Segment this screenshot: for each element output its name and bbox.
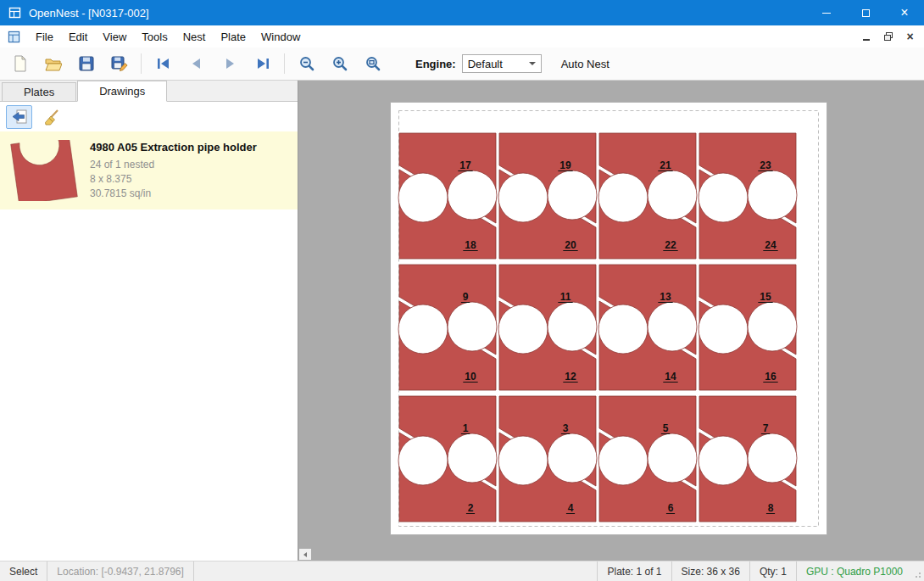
- menu-edit[interactable]: Edit: [61, 26, 95, 47]
- statusbar: Select Location: [-0.9437, 21.8796] Plat…: [0, 561, 924, 581]
- part-number: 12: [565, 371, 576, 383]
- plate: 171819202122232491011121314151612345678: [390, 102, 827, 535]
- part-hole: [448, 170, 497, 220]
- save-button[interactable]: [72, 51, 100, 77]
- app-icon: [8, 6, 22, 20]
- part-hole: [648, 170, 697, 220]
- part-number: 9: [463, 291, 469, 303]
- zoom-out-button[interactable]: [292, 51, 320, 77]
- zoom-out-icon: [298, 55, 315, 72]
- document-icon: [8, 31, 20, 43]
- status-plate: Plate: 1 of 1: [597, 561, 671, 581]
- part-pair: 34: [498, 396, 597, 522]
- mdi-restore-button[interactable]: [878, 28, 898, 45]
- new-button[interactable]: [6, 51, 34, 77]
- part-pair: 1112: [498, 265, 597, 390]
- save-icon: [78, 55, 95, 72]
- menu-plate[interactable]: Plate: [213, 26, 253, 47]
- menu-window[interactable]: Window: [253, 26, 308, 47]
- resize-grip-icon: [915, 572, 921, 578]
- part-number: 6: [668, 502, 674, 514]
- part-number: 14: [665, 371, 676, 383]
- sidebar: Plates Drawings 4980 A05 Extraction pipe…: [0, 81, 298, 561]
- part-hole: [548, 302, 597, 351]
- clean-drawings-button[interactable]: [38, 105, 64, 129]
- auto-nest-button[interactable]: Auto Nest: [554, 53, 616, 75]
- part-shape-icon: [8, 140, 80, 201]
- status-location: Location: [-0.9437, 21.8796]: [47, 561, 193, 581]
- part-pair: 2122: [598, 133, 697, 259]
- resize-grip[interactable]: [912, 561, 924, 581]
- drawings-toolbar: [0, 102, 298, 131]
- part-number: 23: [760, 159, 771, 171]
- drawing-nested-count: 24 of 1 nested: [90, 158, 257, 172]
- part-hole: [598, 173, 648, 222]
- minimize-button[interactable]: [807, 0, 846, 25]
- next-plate-button[interactable]: [215, 51, 243, 77]
- first-plate-button[interactable]: [149, 51, 177, 77]
- last-plate-button[interactable]: [248, 51, 276, 77]
- part-pair: 1718: [398, 133, 497, 259]
- part-hole: [448, 302, 497, 351]
- maximize-icon: [862, 9, 870, 17]
- maximize-button[interactable]: [846, 0, 885, 25]
- part-hole: [699, 436, 748, 485]
- status-spacer: [194, 561, 598, 581]
- import-arrow-icon: [11, 109, 28, 126]
- part-hole: [548, 170, 597, 220]
- part-number: 22: [665, 239, 676, 251]
- part-hole: [498, 173, 548, 222]
- tab-plates[interactable]: Plates: [2, 82, 76, 101]
- scroll-left-icon: [303, 552, 307, 557]
- engine-select[interactable]: Default: [462, 54, 542, 73]
- close-icon: ×: [900, 6, 908, 20]
- part-pair: 910: [398, 265, 497, 390]
- part-number: 24: [765, 239, 776, 251]
- tab-drawings[interactable]: Drawings: [77, 81, 167, 102]
- part-hole: [648, 302, 697, 351]
- window-controls: ×: [807, 0, 924, 25]
- zoom-fit-button[interactable]: [359, 51, 387, 77]
- import-drawing-button[interactable]: [6, 105, 32, 129]
- mdi-minimize-icon: [863, 39, 870, 41]
- part-number: 16: [765, 371, 776, 383]
- part-pair: 56: [598, 396, 697, 522]
- menu-file[interactable]: File: [28, 26, 61, 47]
- part-number: 2: [468, 502, 474, 514]
- menu-view[interactable]: View: [95, 26, 134, 47]
- menu-tools[interactable]: Tools: [134, 26, 175, 47]
- engine-value: Default: [468, 58, 503, 70]
- tab-plates-label: Plates: [24, 86, 54, 98]
- part-number: 15: [760, 291, 771, 303]
- open-button[interactable]: [39, 51, 67, 77]
- part-number: 1: [463, 422, 469, 434]
- drawing-list-item[interactable]: 4980 A05 Extraction pipe holder 24 of 1 …: [0, 131, 298, 209]
- scroll-left-button[interactable]: [299, 549, 311, 560]
- nest-canvas: 171819202122232491011121314151612345678: [298, 81, 924, 561]
- zoom-in-button[interactable]: [326, 51, 353, 77]
- part-hole: [598, 304, 648, 354]
- minimize-icon: [822, 13, 831, 14]
- close-button[interactable]: ×: [885, 0, 924, 25]
- part-hole: [699, 173, 748, 222]
- part-pair: 12: [398, 396, 497, 522]
- titlebar: OpenNest - [N0317-002] ×: [0, 0, 924, 25]
- status-qty: Qty: 1: [749, 561, 796, 581]
- zoom-in-icon: [331, 55, 348, 72]
- mdi-controls: ×: [856, 28, 920, 45]
- broom-icon: [43, 109, 60, 126]
- mdi-close-button[interactable]: ×: [900, 28, 920, 45]
- mdi-minimize-button[interactable]: [856, 28, 876, 45]
- part-hole: [398, 173, 448, 222]
- save-as-button[interactable]: [105, 51, 133, 77]
- part-number: 7: [763, 422, 769, 434]
- drawing-info: 4980 A05 Extraction pipe holder 24 of 1 …: [90, 138, 257, 203]
- part-number: 20: [565, 239, 576, 251]
- menu-nest[interactable]: Nest: [175, 26, 214, 47]
- part-hole: [548, 433, 597, 483]
- previous-plate-button[interactable]: [182, 51, 210, 77]
- tab-drawings-label: Drawings: [99, 85, 145, 98]
- part-hole: [748, 433, 797, 483]
- part-thumbnail: [5, 138, 83, 203]
- status-size: Size: 36 x 36: [671, 561, 749, 581]
